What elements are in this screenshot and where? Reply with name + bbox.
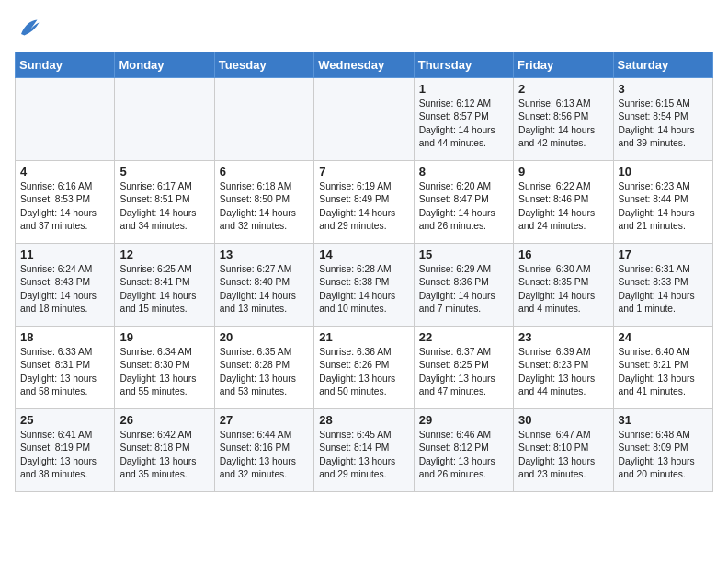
- calendar-day-cell: 1Sunrise: 6:12 AM Sunset: 8:57 PM Daylig…: [414, 78, 513, 161]
- day-number: 12: [119, 247, 209, 261]
- calendar-day-cell: 31Sunrise: 6:48 AM Sunset: 8:09 PM Dayli…: [613, 409, 712, 492]
- calendar-day-cell: 14Sunrise: 6:28 AM Sunset: 8:38 PM Dayli…: [314, 244, 414, 327]
- day-number: 4: [20, 165, 109, 178]
- calendar-day-cell: 18Sunrise: 6:33 AM Sunset: 8:31 PM Dayli…: [16, 327, 115, 409]
- day-info: Sunrise: 6:28 AM Sunset: 8:38 PM Dayligh…: [319, 263, 408, 316]
- calendar-day-cell: 19Sunrise: 6:34 AM Sunset: 8:30 PM Dayli…: [115, 327, 214, 409]
- day-number: 14: [319, 247, 408, 261]
- weekday-header: Monday: [115, 52, 214, 78]
- day-number: 8: [419, 165, 508, 178]
- weekday-header: Sunday: [16, 52, 115, 78]
- day-number: 7: [319, 165, 408, 178]
- calendar-day-cell: 21Sunrise: 6:36 AM Sunset: 8:26 PM Dayli…: [314, 327, 414, 409]
- day-info: Sunrise: 6:44 AM Sunset: 8:16 PM Dayligh…: [220, 429, 309, 482]
- day-number: 26: [119, 413, 209, 427]
- day-number: 6: [220, 165, 309, 178]
- day-number: 27: [220, 413, 309, 427]
- calendar-day-cell: 16Sunrise: 6:30 AM Sunset: 8:35 PM Dayli…: [514, 244, 613, 327]
- day-number: 10: [619, 165, 708, 178]
- calendar-day-cell: 24Sunrise: 6:40 AM Sunset: 8:21 PM Dayli…: [613, 327, 712, 409]
- day-number: 11: [20, 247, 109, 261]
- calendar-day-cell: [214, 78, 313, 161]
- calendar-day-cell: 27Sunrise: 6:44 AM Sunset: 8:16 PM Dayli…: [214, 409, 313, 492]
- day-number: 1: [419, 82, 508, 96]
- day-info: Sunrise: 6:47 AM Sunset: 8:10 PM Dayligh…: [518, 429, 608, 482]
- day-info: Sunrise: 6:29 AM Sunset: 8:36 PM Dayligh…: [419, 263, 508, 316]
- calendar-day-cell: 3Sunrise: 6:15 AM Sunset: 8:54 PM Daylig…: [613, 78, 712, 161]
- day-info: Sunrise: 6:20 AM Sunset: 8:47 PM Dayligh…: [419, 180, 508, 234]
- day-info: Sunrise: 6:13 AM Sunset: 8:56 PM Dayligh…: [518, 98, 608, 151]
- calendar-day-cell: 7Sunrise: 6:19 AM Sunset: 8:49 PM Daylig…: [314, 161, 414, 244]
- calendar-day-cell: 25Sunrise: 6:41 AM Sunset: 8:19 PM Dayli…: [16, 409, 115, 492]
- day-number: 5: [119, 165, 209, 178]
- calendar-day-cell: 13Sunrise: 6:27 AM Sunset: 8:40 PM Dayli…: [214, 244, 313, 327]
- day-info: Sunrise: 6:40 AM Sunset: 8:21 PM Dayligh…: [619, 346, 708, 399]
- calendar-day-cell: 12Sunrise: 6:25 AM Sunset: 8:41 PM Dayli…: [115, 244, 214, 327]
- day-info: Sunrise: 6:15 AM Sunset: 8:54 PM Dayligh…: [619, 98, 708, 151]
- day-number: 9: [518, 165, 608, 178]
- calendar-day-cell: 17Sunrise: 6:31 AM Sunset: 8:33 PM Dayli…: [613, 244, 712, 327]
- calendar-week-row: 18Sunrise: 6:33 AM Sunset: 8:31 PM Dayli…: [16, 327, 713, 409]
- day-info: Sunrise: 6:19 AM Sunset: 8:49 PM Dayligh…: [319, 180, 408, 234]
- day-info: Sunrise: 6:18 AM Sunset: 8:50 PM Dayligh…: [220, 180, 309, 234]
- day-info: Sunrise: 6:46 AM Sunset: 8:12 PM Dayligh…: [419, 429, 508, 482]
- weekday-header: Wednesday: [314, 52, 414, 78]
- day-info: Sunrise: 6:37 AM Sunset: 8:25 PM Dayligh…: [419, 346, 508, 399]
- logo: [15, 15, 44, 40]
- calendar-table: SundayMondayTuesdayWednesdayThursdayFrid…: [15, 52, 713, 492]
- day-info: Sunrise: 6:23 AM Sunset: 8:44 PM Dayligh…: [619, 180, 708, 234]
- day-info: Sunrise: 6:12 AM Sunset: 8:57 PM Dayligh…: [419, 98, 508, 151]
- calendar-week-row: 1Sunrise: 6:12 AM Sunset: 8:57 PM Daylig…: [16, 78, 713, 161]
- day-info: Sunrise: 6:33 AM Sunset: 8:31 PM Dayligh…: [20, 346, 109, 399]
- calendar-day-cell: 11Sunrise: 6:24 AM Sunset: 8:43 PM Dayli…: [16, 244, 115, 327]
- day-number: 2: [518, 82, 608, 96]
- calendar-day-cell: 10Sunrise: 6:23 AM Sunset: 8:44 PM Dayli…: [613, 161, 712, 244]
- day-info: Sunrise: 6:42 AM Sunset: 8:18 PM Dayligh…: [119, 429, 209, 482]
- day-number: 18: [20, 330, 109, 344]
- day-info: Sunrise: 6:27 AM Sunset: 8:40 PM Dayligh…: [220, 263, 309, 316]
- calendar-day-cell: 20Sunrise: 6:35 AM Sunset: 8:28 PM Dayli…: [214, 327, 313, 409]
- day-number: 15: [419, 247, 508, 261]
- calendar-header-row: SundayMondayTuesdayWednesdayThursdayFrid…: [16, 52, 713, 78]
- weekday-header: Thursday: [414, 52, 513, 78]
- day-info: Sunrise: 6:45 AM Sunset: 8:14 PM Dayligh…: [319, 429, 408, 482]
- calendar-day-cell: 9Sunrise: 6:22 AM Sunset: 8:46 PM Daylig…: [514, 161, 613, 244]
- day-number: 31: [619, 413, 708, 427]
- day-number: 23: [518, 330, 608, 344]
- day-info: Sunrise: 6:25 AM Sunset: 8:41 PM Dayligh…: [119, 263, 209, 316]
- day-number: 30: [518, 413, 608, 427]
- day-info: Sunrise: 6:30 AM Sunset: 8:35 PM Dayligh…: [518, 263, 608, 316]
- day-number: 3: [619, 82, 708, 96]
- calendar-day-cell: 5Sunrise: 6:17 AM Sunset: 8:51 PM Daylig…: [115, 161, 214, 244]
- day-number: 24: [619, 330, 708, 344]
- day-info: Sunrise: 6:17 AM Sunset: 8:51 PM Dayligh…: [119, 180, 209, 234]
- calendar-day-cell: 2Sunrise: 6:13 AM Sunset: 8:56 PM Daylig…: [514, 78, 613, 161]
- calendar-day-cell: 15Sunrise: 6:29 AM Sunset: 8:36 PM Dayli…: [414, 244, 513, 327]
- calendar-day-cell: 4Sunrise: 6:16 AM Sunset: 8:53 PM Daylig…: [16, 161, 115, 244]
- day-number: 25: [20, 413, 109, 427]
- weekday-header: Tuesday: [214, 52, 313, 78]
- day-info: Sunrise: 6:22 AM Sunset: 8:46 PM Dayligh…: [518, 180, 608, 234]
- day-info: Sunrise: 6:39 AM Sunset: 8:23 PM Dayligh…: [518, 346, 608, 399]
- calendar-day-cell: 8Sunrise: 6:20 AM Sunset: 8:47 PM Daylig…: [414, 161, 513, 244]
- calendar-day-cell: 6Sunrise: 6:18 AM Sunset: 8:50 PM Daylig…: [214, 161, 313, 244]
- day-number: 20: [220, 330, 309, 344]
- calendar-week-row: 11Sunrise: 6:24 AM Sunset: 8:43 PM Dayli…: [16, 244, 713, 327]
- calendar-day-cell: [115, 78, 214, 161]
- calendar-day-cell: 23Sunrise: 6:39 AM Sunset: 8:23 PM Dayli…: [514, 327, 613, 409]
- page-header: [15, 15, 713, 40]
- day-number: 17: [619, 247, 708, 261]
- day-info: Sunrise: 6:41 AM Sunset: 8:19 PM Dayligh…: [20, 429, 109, 482]
- calendar-day-cell: [314, 78, 414, 161]
- calendar-week-row: 4Sunrise: 6:16 AM Sunset: 8:53 PM Daylig…: [16, 161, 713, 244]
- day-info: Sunrise: 6:34 AM Sunset: 8:30 PM Dayligh…: [119, 346, 209, 399]
- calendar-day-cell: 22Sunrise: 6:37 AM Sunset: 8:25 PM Dayli…: [414, 327, 513, 409]
- day-number: 16: [518, 247, 608, 261]
- day-number: 29: [419, 413, 508, 427]
- day-info: Sunrise: 6:16 AM Sunset: 8:53 PM Dayligh…: [20, 180, 109, 234]
- calendar-day-cell: 26Sunrise: 6:42 AM Sunset: 8:18 PM Dayli…: [115, 409, 214, 492]
- day-number: 22: [419, 330, 508, 344]
- day-number: 21: [319, 330, 408, 344]
- calendar-day-cell: 30Sunrise: 6:47 AM Sunset: 8:10 PM Dayli…: [514, 409, 613, 492]
- day-info: Sunrise: 6:48 AM Sunset: 8:09 PM Dayligh…: [619, 429, 708, 482]
